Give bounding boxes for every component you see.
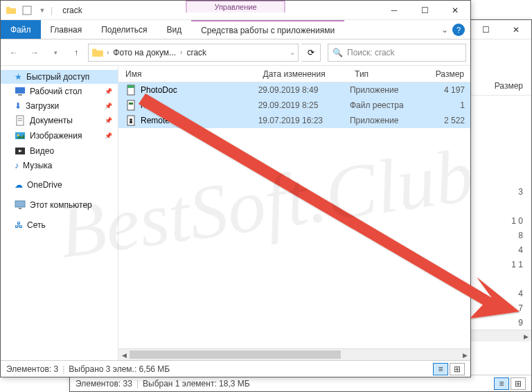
h-scrollbar[interactable]: ◀▶: [118, 348, 470, 360]
folder-icon: [5, 4, 17, 17]
pin-icon: 📌: [105, 117, 112, 124]
sidebar-onedrive[interactable]: ☁OneDrive: [1, 178, 118, 192]
quick-access-toolbar: ▼ |: [20, 3, 53, 17]
svg-rect-2: [18, 94, 22, 96]
qat-dropdown-icon[interactable]: ▼: [35, 3, 49, 17]
contextual-tab-header: Управление: [186, 1, 285, 12]
column-size[interactable]: Размер: [419, 69, 470, 79]
refresh-button[interactable]: ⟳: [301, 44, 321, 62]
cloud-icon: ☁: [15, 180, 23, 190]
sidebar-network[interactable]: 🖧Сеть: [1, 218, 118, 232]
ribbon: Файл Главная Поделиться Вид Средства раб…: [1, 20, 470, 39]
sidebar-downloads[interactable]: ⬇Загрузки📌: [1, 99, 118, 113]
star-icon: ★: [15, 72, 22, 82]
status-count: Элементов: 33: [76, 379, 132, 389]
column-headers: Имя Дата изменения Тип Размер: [118, 66, 470, 82]
svg-rect-0: [23, 6, 31, 15]
ribbon-tab-home[interactable]: Главная: [41, 20, 92, 39]
status-selection: Выбран 1 элемент: 18,3 МБ: [143, 379, 250, 389]
file-row[interactable]: PhotoDoc29.09.2019 8:49Приложение4 197: [118, 82, 470, 98]
sidebar-videos[interactable]: Видео: [1, 143, 118, 159]
column-name[interactable]: Имя: [118, 69, 258, 79]
maximize-button[interactable]: ☐: [409, 1, 440, 20]
column-size[interactable]: Размер: [495, 81, 523, 91]
breadcrumb-seg[interactable]: Фото на докум...: [112, 48, 177, 57]
pin-icon: 📌: [105, 132, 112, 139]
status-count: Элементов: 3: [6, 364, 58, 374]
sidebar-quick-access[interactable]: ★ Быстрый доступ: [1, 70, 118, 84]
svg-rect-10: [19, 208, 21, 209]
breadcrumb[interactable]: › Фото на докум... › crack ⌄: [88, 44, 299, 62]
svg-rect-12: [127, 85, 134, 88]
ribbon-file-tab[interactable]: Файл: [1, 20, 41, 39]
help-icon[interactable]: ?: [452, 24, 465, 36]
download-icon: ⬇: [15, 101, 21, 111]
nav-forward-button[interactable]: →: [26, 44, 44, 62]
music-icon: ♪: [15, 161, 19, 170]
network-icon: 🖧: [15, 220, 23, 230]
explorer-window-front: ▼ | crack Управление ─ ☐ ✕ Файл Главная …: [0, 0, 471, 377]
window-title: crack: [62, 6, 82, 15]
file-row[interactable]: Remote19.07.2019 16:23Приложение2 522: [118, 113, 470, 128]
nav-sidebar: ★ Быстрый доступ Рабочий стол📌 ⬇Загрузки…: [1, 66, 118, 360]
svg-point-16: [130, 118, 132, 121]
video-icon: [15, 145, 26, 157]
ribbon-tab-apptools[interactable]: Средства работы с приложениями: [191, 20, 344, 39]
nav-up-button[interactable]: ↑: [67, 44, 85, 62]
minimize-button[interactable]: ─: [379, 1, 409, 20]
column-date[interactable]: Дата изменения: [258, 69, 350, 79]
maximize-button[interactable]: ☐: [470, 20, 501, 39]
svg-rect-1: [15, 87, 25, 93]
ribbon-collapse-icon[interactable]: ⌄: [441, 25, 448, 35]
view-details-button[interactable]: ≡: [494, 377, 509, 390]
qat-properties-icon[interactable]: [20, 3, 34, 17]
nav-history-dropdown[interactable]: ▾: [46, 44, 64, 62]
pin-icon: 📌: [105, 103, 112, 109]
svg-rect-14: [129, 103, 133, 105]
titlebar: ▼ | crack Управление ─ ☐ ✕: [1, 1, 470, 20]
sidebar-music[interactable]: ♪Музыка: [1, 159, 118, 172]
statusbar: Элементов: 3 | Выбрано 3 элем.: 6,56 МБ …: [1, 360, 470, 377]
sidebar-this-pc[interactable]: Этот компьютер: [1, 197, 118, 213]
desktop-icon: [15, 86, 26, 97]
search-input[interactable]: 🔍 Поиск: crack: [328, 44, 466, 62]
status-selection: Выбрано 3 элем.: 6,56 МБ: [69, 364, 170, 374]
svg-rect-17: [130, 121, 132, 123]
address-bar: ← → ▾ ↑ › Фото на докум... › crack ⌄ ⟳ 🔍…: [1, 39, 470, 66]
ribbon-tab-view[interactable]: Вид: [157, 20, 191, 39]
pin-icon: 📌: [105, 88, 112, 95]
svg-rect-9: [15, 201, 25, 207]
file-list-pane: Имя Дата изменения Тип Размер PhotoDoc29…: [118, 66, 470, 360]
sidebar-documents[interactable]: Документы📌: [1, 113, 118, 128]
view-icons-button[interactable]: ⊞: [450, 363, 465, 375]
ribbon-tab-share[interactable]: Поделиться: [91, 20, 157, 39]
file-row[interactable]: reg29.09.2019 8:25Файл реестра1: [118, 98, 470, 113]
column-type[interactable]: Тип: [349, 69, 419, 79]
svg-rect-13: [127, 100, 134, 110]
close-button[interactable]: ✕: [440, 1, 470, 20]
breadcrumb-seg[interactable]: crack: [185, 48, 208, 57]
pc-icon: [15, 199, 26, 211]
view-details-button[interactable]: ≡: [433, 363, 448, 375]
search-icon: 🔍: [332, 48, 343, 57]
svg-point-7: [17, 134, 19, 136]
close-button[interactable]: ✕: [501, 20, 531, 39]
folder-icon: [91, 46, 104, 59]
pictures-icon: [15, 130, 26, 141]
sidebar-pictures[interactable]: Изображения📌: [1, 128, 118, 143]
view-icons-button[interactable]: ⊞: [511, 377, 526, 390]
document-icon: [15, 115, 26, 126]
nav-back-button[interactable]: ←: [5, 44, 23, 62]
sidebar-desktop[interactable]: Рабочий стол📌: [1, 84, 118, 99]
